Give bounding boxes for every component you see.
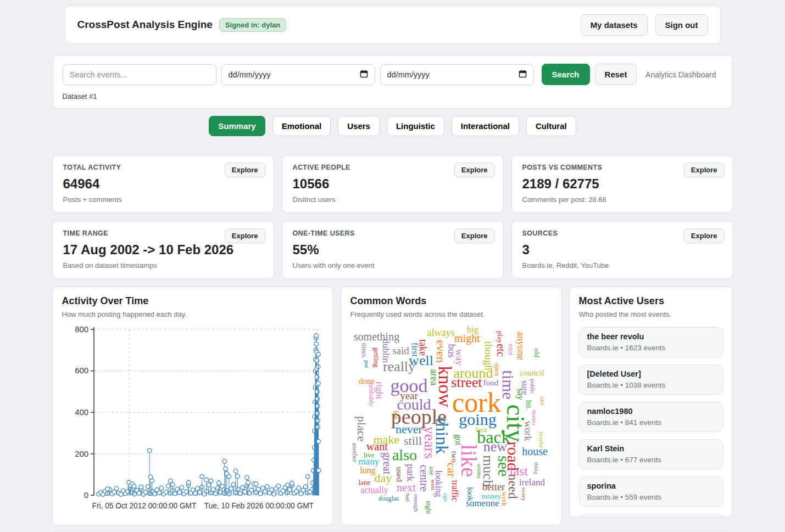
cloud-word: every (520, 488, 526, 501)
cloud-word: still (404, 435, 422, 447)
stat-card-value: 55% (293, 242, 493, 257)
cloud-word: open (494, 363, 500, 376)
user-item[interactable]: namloc1980Boards.ie • 841 events (579, 402, 723, 432)
sign-out-button[interactable]: Sign out (655, 14, 708, 36)
explore-button[interactable]: Explore (225, 228, 265, 243)
cloud-word: enough (413, 494, 419, 512)
cloud-word: ireland (519, 478, 545, 487)
stat-card-value: 17 Aug 2002 -> 10 Feb 2026 (63, 242, 263, 257)
cloud-word: council (520, 369, 544, 377)
cloud-word: years (422, 426, 437, 458)
user-item[interactable]: sporinaBoards.ie • 559 events (579, 477, 723, 507)
cloud-word: car (446, 463, 458, 478)
app-title: CrossPost Analysis Engine (77, 19, 213, 31)
calendar-icon[interactable] (360, 70, 368, 80)
stat-card-active-people: ACTIVE PEOPLEExplore10566Distinct users (282, 155, 504, 213)
stat-card-sublabel: Distinct users (293, 195, 493, 204)
cloud-word: thing (533, 462, 539, 475)
cloud-word: someone (466, 499, 499, 508)
tab-cultural[interactable]: Cultural (526, 116, 576, 136)
my-datasets-button[interactable]: My datasets (581, 14, 648, 36)
stat-card-value: 2189 / 62775 (522, 176, 722, 192)
cloud-word: etc (496, 344, 506, 356)
view-tabs: SummaryEmotionalUsersLinguisticInteracti… (0, 116, 785, 136)
cloud-word: also (392, 447, 417, 463)
user-meta: Boards.ie • 841 events (587, 418, 715, 427)
user-list: the beer revoluBoards.ie • 1623 events[D… (579, 327, 723, 517)
user-item[interactable]: [Deleted User]Boards.ie • 1038 events (579, 365, 723, 395)
activity-over-time-panel: Activity Over Time How much posting happ… (52, 287, 333, 525)
explore-button[interactable]: Explore (684, 228, 725, 243)
most-active-users-panel: Most Active Users Who posted the most ev… (569, 287, 733, 517)
cloud-word: house (522, 446, 548, 457)
word-cloud: somethingalwaysbigmighttakeevenbuswaytho… (350, 322, 555, 513)
stat-card-posts-vs-comments: POSTS VS COMMENTSExplore2189 / 62775Comm… (511, 155, 733, 213)
stat-card-time-range: TIME RANGEExplore17 Aug 2002 -> 10 Feb 2… (52, 221, 274, 279)
cloud-word: new (483, 440, 507, 454)
svg-text:800: 800 (75, 325, 88, 334)
cloud-word: time (500, 370, 516, 399)
date-from-value: dd/mm/yyyy (229, 70, 271, 79)
explore-button[interactable]: Explore (454, 163, 495, 177)
calendar-icon[interactable] (519, 70, 527, 80)
cloud-word: place (355, 416, 368, 441)
signed-in-badge: Signed in: dylan (219, 18, 286, 32)
cloud-word: even (435, 340, 447, 363)
header-actions: My datasets Sign out (581, 14, 708, 36)
cloud-word: better (482, 482, 505, 492)
stat-card-sublabel: Posts + comments (63, 195, 263, 204)
activity-chart-svg: 0200400600800Fri, 05 Oct 2012 00:00:00 G… (62, 323, 325, 516)
cloud-word: said (392, 345, 409, 356)
cloud-word: night (425, 501, 432, 514)
user-item[interactable]: corks finestBoards.ie • 538 events (579, 514, 723, 517)
user-item[interactable]: the beer revoluBoards.ie • 1623 events (579, 327, 723, 357)
stat-card-total-activity: TOTAL ACTIVITYExplore64964Posts + commen… (52, 155, 274, 213)
filter-bar: dd/mm/yyyy dd/mm/yyyy Search Reset Analy… (53, 55, 733, 109)
tab-linguistic[interactable]: Linguistic (387, 116, 444, 136)
cloud-word: might (454, 333, 480, 344)
cloud-word: need (506, 474, 520, 499)
cloud-word: put (363, 360, 369, 368)
svg-text:400: 400 (75, 408, 88, 417)
user-name: Karl Stein (587, 444, 715, 453)
users-panel-subtitle: Who posted the most events. (579, 310, 723, 318)
explore-button[interactable]: Explore (225, 163, 265, 177)
cloud-word: really (383, 360, 415, 374)
cloud-word: week (501, 492, 508, 506)
user-meta: Boards.ie • 559 events (587, 492, 715, 502)
tab-interactional[interactable]: Interactional (452, 116, 519, 136)
user-meta: Boards.ie • 677 events (587, 455, 715, 464)
date-to-input[interactable]: dd/mm/yyyy (380, 64, 534, 85)
reset-button[interactable]: Reset (595, 64, 637, 85)
activity-chart: 0200400600800Fri, 05 Oct 2012 00:00:00 G… (62, 323, 324, 518)
svg-text:0: 0 (83, 491, 88, 500)
cloud-word: long (360, 466, 375, 475)
tab-summary[interactable]: Summary (209, 116, 265, 136)
cloud-word: say (516, 388, 525, 400)
dataset-label: Dataset #1 (63, 92, 723, 100)
user-name: namloc1980 (587, 407, 715, 416)
explore-button[interactable]: Explore (684, 163, 725, 177)
stat-card-value: 10566 (293, 176, 493, 192)
stat-card-value: 64964 (63, 176, 263, 192)
date-from-input[interactable]: dd/mm/yyyy (221, 64, 375, 85)
explore-button[interactable]: Explore (454, 228, 495, 243)
cloud-word: many (359, 457, 380, 466)
search-input[interactable] (63, 64, 216, 85)
cloud-word: always (427, 328, 455, 338)
cloud-word: douglas (378, 495, 399, 502)
cloud-word: food (483, 379, 499, 387)
tab-users[interactable]: Users (338, 116, 380, 136)
cloud-word: actually (360, 486, 388, 495)
user-name: [Deleted User] (587, 369, 715, 379)
cloud-word: anyone (516, 332, 526, 360)
svg-text:600: 600 (75, 366, 88, 375)
search-button[interactable]: Search (542, 64, 590, 85)
stat-card-sublabel: Boards.ie, Reddit, YouTube (522, 261, 722, 270)
tab-emotional[interactable]: Emotional (272, 116, 331, 136)
analytics-dashboard-label: Analytics Dashboard (645, 70, 722, 79)
cloud-word: traffic (450, 480, 459, 502)
activity-panel-subtitle: How much posting happened each day. (62, 310, 324, 318)
user-item[interactable]: Karl SteinBoards.ie • 677 events (579, 439, 723, 469)
cloud-word: used (394, 467, 403, 482)
